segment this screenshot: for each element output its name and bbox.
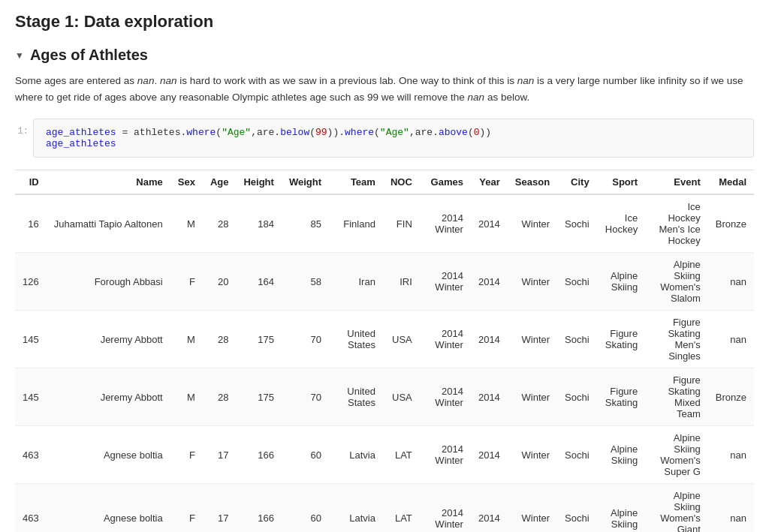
cell-team: United States [329, 311, 383, 368]
cell-city: Sochi [557, 484, 597, 532]
cell-sex: M [170, 311, 203, 368]
cell-team: Latvia [329, 426, 383, 484]
cell-weight: 60 [282, 484, 329, 532]
cell-age: 17 [203, 484, 237, 532]
cell-weight: 70 [282, 368, 329, 426]
cell-medal: Bronze [708, 194, 754, 253]
table-header-row: ID Name Sex Age Height Weight Team NOC G… [15, 170, 754, 195]
cell-city: Sochi [557, 194, 597, 253]
athletes-table: ID Name Sex Age Height Weight Team NOC G… [15, 170, 754, 532]
cell-id: 126 [15, 253, 47, 311]
col-header-name: Name [47, 170, 170, 195]
cell-sex: F [170, 484, 203, 532]
col-header-sport: Sport [597, 170, 646, 195]
col-header-year: Year [471, 170, 508, 195]
cell-team: Finland [329, 194, 383, 253]
cell-age: 28 [203, 368, 237, 426]
cell-team: Latvia [329, 484, 383, 532]
section-collapse-arrow[interactable]: ▼ [15, 50, 24, 61]
cell-name: Jeremy Abbott [47, 311, 170, 368]
cell-sport: Alpine Skiing [597, 253, 646, 311]
col-header-noc: NOC [383, 170, 420, 195]
cell-noc: USA [383, 311, 420, 368]
table-row: 16Juhamatti Tapio AaltonenM2818485Finlan… [15, 194, 754, 253]
cell-year: 2014 [471, 311, 508, 368]
cell-name: Forough Abbasi [47, 253, 170, 311]
cell-season: Winter [508, 484, 557, 532]
cell-height: 166 [236, 484, 281, 532]
cell-city: Sochi [557, 368, 597, 426]
cell-year: 2014 [471, 368, 508, 426]
cell-medal: nan [708, 311, 754, 368]
cell-games: 2014 Winter [420, 253, 471, 311]
section-title: Ages of Athletes [30, 47, 148, 64]
cell-name: Agnese boltia [47, 426, 170, 484]
cell-age: 28 [203, 194, 237, 253]
cell-noc: USA [383, 368, 420, 426]
table-row: 126Forough AbbasiF2016458IranIRI2014 Win… [15, 253, 754, 311]
cell-height: 164 [236, 253, 281, 311]
cell-weight: 58 [282, 253, 329, 311]
cell-event: Figure Skating Mixed Team [645, 368, 708, 426]
col-header-weight: Weight [282, 170, 329, 195]
col-header-team: Team [329, 170, 383, 195]
cell-sport: Figure Skating [597, 368, 646, 426]
section-header: ▼ Ages of Athletes [15, 47, 754, 64]
cell-sport: Figure Skating [597, 311, 646, 368]
cell-name: Jeremy Abbott [47, 368, 170, 426]
cell-id: 145 [15, 311, 47, 368]
cell-year: 2014 [471, 426, 508, 484]
table-row: 463Agnese boltiaF1716660LatviaLAT2014 Wi… [15, 484, 754, 532]
cell-season: Winter [508, 368, 557, 426]
cell-team: United States [329, 368, 383, 426]
cell-season: Winter [508, 311, 557, 368]
cell-noc: FIN [383, 194, 420, 253]
cell-id: 463 [15, 484, 47, 532]
cell-id: 145 [15, 368, 47, 426]
cell-name: Agnese boltia [47, 484, 170, 532]
cell-year: 2014 [471, 194, 508, 253]
table-row: 463Agnese boltiaF1716660LatviaLAT2014 Wi… [15, 426, 754, 484]
cell-sex: F [170, 253, 203, 311]
cell-event: Ice Hockey Men's Ice Hockey [645, 194, 708, 253]
cell-name: Juhamatti Tapio Aaltonen [47, 194, 170, 253]
cell-season: Winter [508, 194, 557, 253]
cell-age: 17 [203, 426, 237, 484]
cell-weight: 85 [282, 194, 329, 253]
cell-sport: Alpine Skiing [597, 484, 646, 532]
cell-games: 2014 Winter [420, 194, 471, 253]
col-header-sex: Sex [170, 170, 203, 195]
cell-event: Alpine Skiing Women's Super G [645, 426, 708, 484]
cell-city: Sochi [557, 426, 597, 484]
cell-height: 175 [236, 368, 281, 426]
cell-year: 2014 [471, 253, 508, 311]
col-header-event: Event [645, 170, 708, 195]
cell-sex: F [170, 426, 203, 484]
data-table-container: ID Name Sex Age Height Weight Team NOC G… [15, 170, 754, 532]
cell-sport: Ice Hockey [597, 194, 646, 253]
cell-weight: 60 [282, 426, 329, 484]
col-header-age: Age [203, 170, 237, 195]
cell-team: Iran [329, 253, 383, 311]
cell-age: 28 [203, 311, 237, 368]
code-block: age_athletes = athletes.where("Age",are.… [33, 119, 754, 158]
cell-height: 184 [236, 194, 281, 253]
cell-medal: nan [708, 484, 754, 532]
col-header-city: City [557, 170, 597, 195]
cell-age: 20 [203, 253, 237, 311]
col-header-games: Games [420, 170, 471, 195]
cell-noc: LAT [383, 484, 420, 532]
col-header-height: Height [236, 170, 281, 195]
cell-year: 2014 [471, 484, 508, 532]
cell-event: Alpine Skiing Women's Giant Slalom [645, 484, 708, 532]
col-header-season: Season [508, 170, 557, 195]
cell-medal: Bronze [708, 368, 754, 426]
section-description: Some ages are entered as nan. nan is har… [15, 73, 754, 105]
cell-city: Sochi [557, 311, 597, 368]
cell-games: 2014 Winter [420, 311, 471, 368]
cell-city: Sochi [557, 253, 597, 311]
cell-height: 166 [236, 426, 281, 484]
cell-id: 463 [15, 426, 47, 484]
cell-season: Winter [508, 426, 557, 484]
cell-sex: M [170, 368, 203, 426]
